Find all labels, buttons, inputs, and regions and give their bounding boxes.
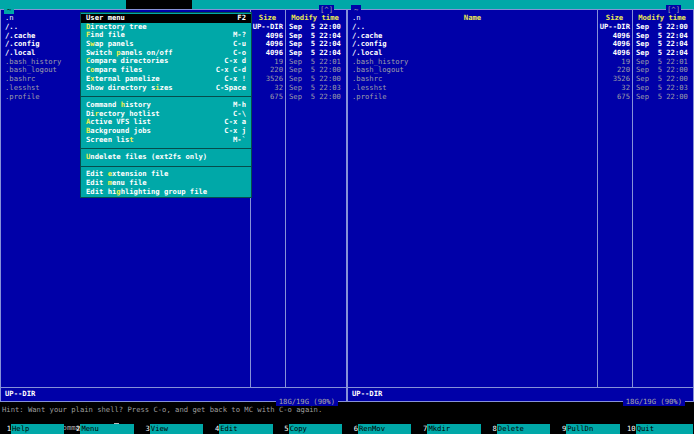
fkey-number: 8 (486, 424, 497, 434)
fkey-number: 10 (625, 424, 636, 434)
hint-line: Hint: Want your plain shell? Press C-o, … (2, 405, 694, 414)
mini-status-separator (1, 387, 346, 388)
menu-separator-line (81, 166, 251, 167)
fkey-label: Help (11, 424, 64, 434)
file-size: 675 (250, 93, 285, 102)
menu-item[interactable]: Show directory s i zes C-Space (81, 84, 251, 93)
file-name: .bash_logout (348, 66, 597, 75)
menu-item-label: Edit hi (86, 188, 116, 197)
fkey-button[interactable]: 2 Menu (69, 424, 138, 434)
fkey-button[interactable]: 4 Edit (208, 424, 277, 434)
fkey-number: 7 (416, 424, 427, 434)
fkey-number: 6 (347, 424, 358, 434)
file-name: .bashrc (348, 75, 597, 84)
column-header-mtime[interactable]: Modify time (633, 13, 691, 22)
right-panel-file-list: /.. UP--DIR Sep 5 22:00 /.cache 4096 Sep… (348, 23, 693, 101)
fkey-button[interactable]: 10 Quit (625, 424, 694, 434)
fkey-number: 9 (555, 424, 566, 434)
fkey-button[interactable]: 5 Copy (278, 424, 347, 434)
file-name: .profile (348, 93, 597, 102)
fkey-label: Mkdir (427, 424, 480, 434)
fkey-button[interactable]: 7 Mkdir (416, 424, 485, 434)
menu-item-label: Screen lis (86, 136, 129, 145)
file-name: .bash_history (348, 58, 597, 67)
file-name: /.config (348, 40, 597, 49)
fkey-label: RenMov (358, 424, 411, 434)
fkey-number: 5 (278, 424, 289, 434)
menu-item-shortcut: M-` (233, 136, 246, 145)
fkey-number: 4 (208, 424, 219, 434)
menubar-item[interactable]: Options (201, 0, 267, 9)
midnight-commander-screen: Left File Command Options Right ~ [^] .n… (0, 0, 694, 434)
fkey-label: Copy (289, 424, 342, 434)
column-header-mtime[interactable]: Modify time (286, 13, 344, 22)
menu-separator-line (81, 96, 251, 97)
menu-item[interactable]: Screen lis t M-` (81, 136, 251, 145)
left-mini-status: UP--DIR (5, 389, 35, 398)
file-mtime: Sep 5 22:00 (285, 93, 343, 102)
file-mtime: Sep 5 22:00 (632, 93, 690, 102)
file-row[interactable]: .profile 675 Sep 5 22:00 (348, 93, 693, 102)
right-panel-header: .n Name Size Modify time (348, 13, 693, 22)
fkey-label: Edit (219, 424, 272, 434)
command-line[interactable]: midnight@commander:~$ (2, 414, 694, 423)
fkey-button[interactable]: 9 PullDn (555, 424, 624, 434)
fkey-label: PullDn (566, 424, 619, 434)
menu-separator-line (81, 148, 251, 149)
menu-item-label: Show directory s (86, 84, 155, 93)
menu-item-shortcut: F2 (237, 14, 246, 23)
fkey-number: 1 (0, 424, 11, 434)
fkey-button[interactable]: 8 Delete (486, 424, 555, 434)
menu-item[interactable]: U ndelete files (ext2fs only) (81, 153, 251, 162)
column-header-size[interactable]: Size (597, 13, 632, 22)
command-menu-dropdown: User menu F2 D irectory tree F ind file … (80, 12, 252, 198)
right-panel: ~ [^] .n Name Size Modify time /.. UP--D… (347, 9, 694, 402)
fkey-number: 3 (139, 424, 150, 434)
menu-item[interactable]: Edit hi g hlighting group file (81, 188, 251, 197)
fkey-label: View (150, 424, 203, 434)
file-name: /.local (348, 49, 597, 58)
file-name: /.cache (348, 32, 597, 41)
fkey-button[interactable]: 6 RenMov (347, 424, 416, 434)
file-name: .lesshst (348, 84, 597, 93)
file-size: 675 (597, 93, 632, 102)
column-header-name[interactable]: Name (348, 13, 597, 22)
function-key-bar: 1 Help 2 Menu 3 View 4 Edit 5 Copy 6 Ren… (0, 424, 694, 434)
fkey-label: Menu (80, 424, 133, 434)
mini-status-separator (348, 387, 693, 388)
column-header-size[interactable]: Size (250, 13, 285, 22)
file-name: /.. (348, 23, 597, 32)
right-mini-status: UP--DIR (352, 389, 382, 398)
fkey-button[interactable]: 3 View (139, 424, 208, 434)
menu-item-hotkey-letter: t (129, 136, 133, 145)
fkey-label: Delete (497, 424, 550, 434)
menu-item-label: ndelete files (ext2fs only) (90, 153, 207, 162)
menubar-item[interactable]: Command (126, 0, 192, 9)
menubar-item[interactable]: File (64, 0, 117, 9)
menubar: Left File Command Options Right (0, 0, 694, 9)
menu-item-shortcut: C-Space (216, 84, 246, 93)
menu-item-label: zes (160, 84, 173, 93)
fkey-label: Quit (636, 424, 693, 434)
menu-item-label: hlighting group file (121, 188, 208, 197)
fkey-button[interactable]: 1 Help (0, 424, 69, 434)
fkey-number: 2 (69, 424, 80, 434)
